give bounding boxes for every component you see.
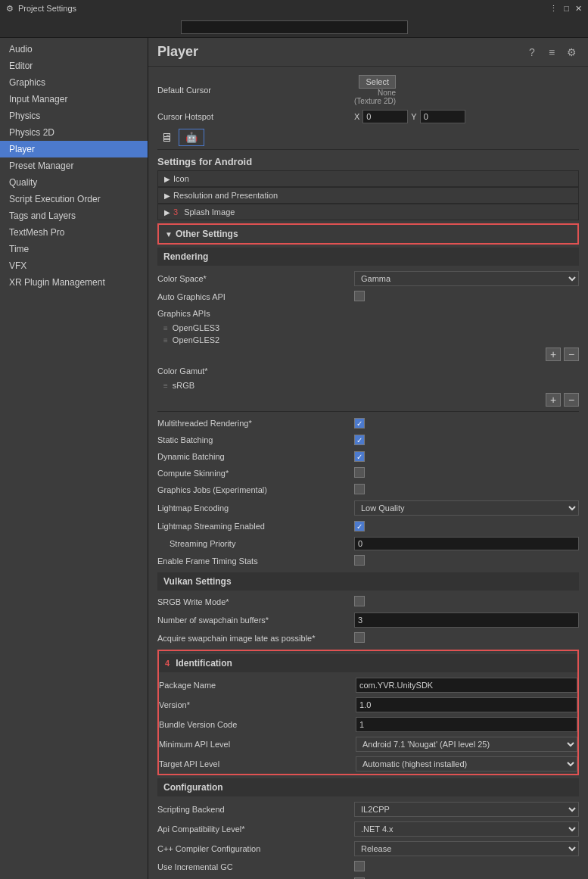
sidebar-item-vfx[interactable]: VFX xyxy=(0,257,148,274)
compute-skinning-value xyxy=(354,467,579,479)
sidebar-item-editor[interactable]: Editor xyxy=(0,58,148,74)
remove-color-gamut-button[interactable]: − xyxy=(564,393,579,407)
dynamic-batching-row: Dynamic Batching xyxy=(157,448,579,465)
swapchain-buffers-input[interactable] xyxy=(354,612,579,628)
static-batching-value xyxy=(354,435,579,445)
configuration-label: Configuration xyxy=(163,782,223,793)
color-space-label: Color Space* xyxy=(157,274,354,283)
color-gamut-row: Color Gamut* xyxy=(157,363,579,379)
other-settings-header[interactable]: ▼ Other Settings xyxy=(157,223,579,245)
bundle-version-code-label: Bundle Version Code xyxy=(159,720,356,729)
minimum-api-level-select[interactable]: Android 7.1 'Nougat' (API level 25) xyxy=(356,737,577,752)
lightmap-encoding-label: Lightmap Encoding xyxy=(157,503,354,513)
maximize-icon[interactable]: □ xyxy=(564,4,569,14)
content-inner: Default Cursor Select None (Texture 2D) … xyxy=(148,67,588,879)
standalone-icon[interactable]: 🖥 xyxy=(157,129,176,146)
target-api-level-select[interactable]: Automatic (highest installed) xyxy=(356,756,577,771)
close-icon[interactable]: ✕ xyxy=(575,4,582,14)
enable-frame-timing-checkbox[interactable] xyxy=(354,555,365,566)
lightmap-streaming-checkbox[interactable] xyxy=(354,521,365,531)
splash-label: Splash Image xyxy=(184,207,235,217)
android-icon[interactable]: 🤖 xyxy=(179,129,204,146)
drag-handle-opengles3: ≡ xyxy=(163,324,168,332)
splash-arrow: ▶ xyxy=(164,208,170,217)
auto-graphics-api-checkbox[interactable] xyxy=(354,291,365,301)
sidebar-item-xr-plugin-management[interactable]: XR Plugin Management xyxy=(0,274,148,291)
identification-section: 4 Identification Package Name Version* xyxy=(157,650,579,775)
sidebar-item-physics[interactable]: Physics xyxy=(0,108,148,124)
target-api-level-row: Target API Level Automatic (highest inst… xyxy=(159,754,577,774)
use-incremental-gc-checkbox[interactable] xyxy=(354,861,365,871)
acquire-swapchain-value xyxy=(354,632,579,644)
settings-icon[interactable]: ⚙ xyxy=(564,45,579,60)
hotspot-x-input[interactable] xyxy=(362,110,408,123)
sidebar-item-textmesh-pro[interactable]: TextMesh Pro xyxy=(0,224,148,241)
x-label: X xyxy=(354,112,359,121)
other-settings-arrow: ▼ xyxy=(165,230,173,238)
graphics-apis-label: Graphics APIs xyxy=(157,309,354,318)
version-input[interactable] xyxy=(356,697,577,712)
sidebar-item-script-execution-order[interactable]: Script Execution Order xyxy=(0,191,148,207)
splash-section-header[interactable]: ▶ 3 Splash Image xyxy=(157,204,579,220)
layout-icon[interactable]: ≡ xyxy=(544,45,559,60)
api-compatibility-row: Api Compatibility Level* .NET 4.x xyxy=(157,819,579,839)
color-space-select[interactable]: Gamma xyxy=(354,271,579,286)
add-color-gamut-button[interactable]: + xyxy=(546,393,561,407)
icon-section-header[interactable]: ▶ Icon xyxy=(157,170,579,187)
sidebar-item-graphics[interactable]: Graphics xyxy=(0,74,148,91)
use-incremental-gc-row: Use Incremental GC xyxy=(157,859,579,875)
api-compatibility-select[interactable]: .NET 4.x xyxy=(354,821,579,837)
search-input[interactable] xyxy=(181,20,408,34)
sidebar-item-quality[interactable]: Quality xyxy=(0,174,148,191)
use-incremental-gc-label: Use Incremental GC xyxy=(157,862,354,871)
sidebar-item-tags-and-layers[interactable]: Tags and Layers xyxy=(0,207,148,224)
package-name-label: Package Name xyxy=(159,681,356,690)
lightmap-encoding-select[interactable]: Low Quality xyxy=(354,500,579,516)
acquire-swapchain-checkbox[interactable] xyxy=(354,632,365,643)
multithreaded-rendering-value xyxy=(354,418,579,429)
bundle-version-code-input[interactable] xyxy=(356,717,577,732)
package-name-row: Package Name xyxy=(159,675,577,695)
srgb-write-mode-row: SRGB Write Mode* xyxy=(157,594,579,610)
compute-skinning-checkbox[interactable] xyxy=(354,467,365,478)
sidebar-item-audio[interactable]: Audio xyxy=(0,41,148,58)
help-icon[interactable]: ? xyxy=(524,45,540,60)
sidebar-item-player[interactable]: Player xyxy=(0,141,148,157)
auto-graphics-api-value xyxy=(354,291,579,303)
sidebar-item-time[interactable]: Time xyxy=(0,241,148,257)
version-value xyxy=(356,697,577,712)
remove-graphics-api-button[interactable]: − xyxy=(564,348,579,361)
menu-icon[interactable]: ⋮ xyxy=(549,4,558,14)
color-gamut-add-remove: + − xyxy=(157,391,579,408)
add-graphics-api-button[interactable]: + xyxy=(546,348,561,361)
package-name-value xyxy=(356,678,577,693)
window-controls[interactable]: ⋮ □ ✕ xyxy=(549,4,582,14)
graphics-jobs-checkbox[interactable] xyxy=(354,484,365,494)
hotspot-y-input[interactable] xyxy=(420,110,465,123)
cpp-compiler-select[interactable]: Release xyxy=(354,841,579,856)
color-space-row: Color Space* Gamma xyxy=(157,269,579,288)
select-cursor-button[interactable]: Select xyxy=(359,75,396,89)
lightmap-encoding-row: Lightmap Encoding Low Quality xyxy=(157,498,579,518)
static-batching-checkbox[interactable] xyxy=(354,435,365,445)
resolution-label: Resolution and Presentation xyxy=(173,191,278,200)
sidebar-item-input-manager[interactable]: Input Manager xyxy=(0,91,148,108)
cpp-compiler-label: C++ Compiler Configuration xyxy=(157,844,354,853)
sidebar: Audio Editor Graphics Input Manager Phys… xyxy=(0,38,148,879)
streaming-priority-input[interactable] xyxy=(354,537,579,550)
streaming-priority-label: Streaming Priority xyxy=(157,539,354,548)
package-name-input[interactable] xyxy=(356,678,577,693)
resolution-section-header[interactable]: ▶ Resolution and Presentation xyxy=(157,187,579,204)
sidebar-item-physics-2d[interactable]: Physics 2D xyxy=(0,124,148,141)
title-bar-text: Project Settings xyxy=(18,4,76,13)
scripting-backend-select[interactable]: IL2CPP xyxy=(354,802,579,817)
dynamic-batching-checkbox[interactable] xyxy=(354,451,365,462)
graphics-api-add-remove: + − xyxy=(157,346,579,363)
sidebar-item-preset-manager[interactable]: Preset Manager xyxy=(0,157,148,174)
srgb-write-mode-checkbox[interactable] xyxy=(354,596,365,606)
cursor-hotspot-label: Cursor Hotspot xyxy=(157,112,354,121)
identification-label: Identification xyxy=(176,658,232,669)
lightmap-streaming-value xyxy=(354,521,579,531)
multithreaded-rendering-checkbox[interactable] xyxy=(354,418,365,429)
icon-arrow: ▶ xyxy=(164,175,170,183)
